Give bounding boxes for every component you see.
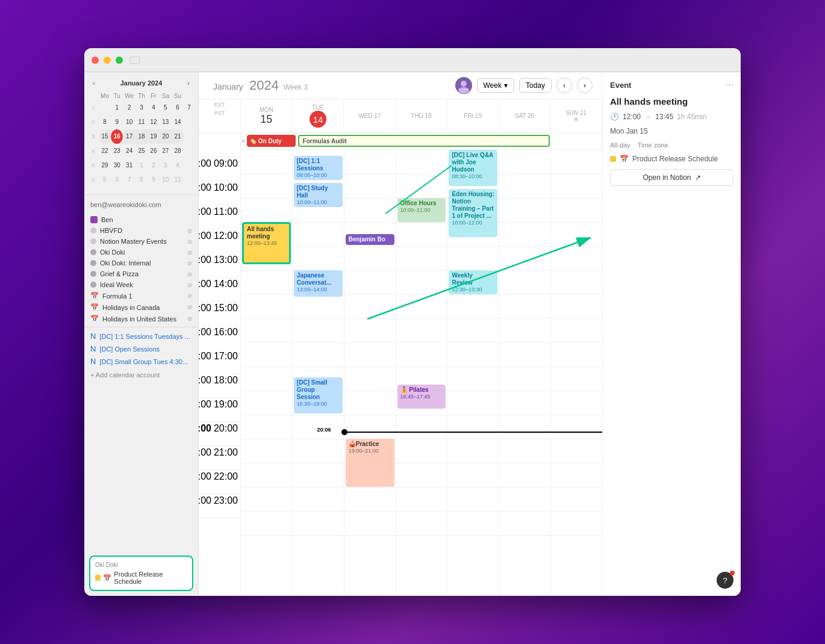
cal-header-controls: Week ▾ Today ‹ › — [455, 77, 593, 94]
event-office-hours[interactable]: Office Hours 10:00–11:00 — [397, 198, 446, 222]
cal-oki-doki[interactable]: Oki Doki ⊘ — [84, 247, 198, 258]
split-button[interactable] — [130, 57, 140, 64]
mini-cal-day[interactable]: 27 — [160, 144, 172, 158]
event-pilates[interactable]: 🧘 Pilates 16:45–17:45 — [397, 385, 446, 409]
cal-badge: N — [90, 344, 96, 353]
close-button[interactable] — [92, 57, 99, 64]
today-button[interactable]: Today — [519, 78, 552, 93]
mini-cal-day[interactable]: 8 — [135, 173, 148, 187]
mini-cal-day[interactable]: 31 — [123, 158, 135, 173]
allday-event-on-duty[interactable]: 🏷️ On Duty — [247, 135, 296, 147]
sidebar: ‹ January 2024 › MoTuWeThFrSaSu 1 1 2 3 — [84, 72, 199, 596]
cal-holidays-us[interactable]: 📅 Holidays in United States ⊘ — [84, 313, 198, 324]
add-event-icon[interactable]: ⊕ — [574, 116, 579, 122]
mini-cal-day[interactable]: 6 — [111, 173, 123, 187]
event-dc-live-qa[interactable]: [DC] Live Q&A with Joe Hudson 08:30–10:0… — [449, 150, 497, 186]
mini-cal-day[interactable]: 7 — [123, 173, 135, 187]
event-practice[interactable]: 🎪Practice 19:00–21:00 — [346, 439, 394, 487]
mini-cal-day[interactable]: 6 — [172, 101, 184, 115]
event-japanese-conversation[interactable]: Japanese Conversat... 13:00–14:00 — [294, 270, 343, 297]
prev-week-button[interactable]: ‹ — [556, 78, 572, 93]
event-dc-study-hall[interactable]: [DC] Study Hall 10:00–11:00 — [294, 183, 343, 207]
notion-label: Product Release Schedule — [632, 155, 718, 163]
mini-cal-day[interactable]: 20 — [160, 129, 172, 144]
mini-cal-day[interactable]: 12 — [148, 115, 160, 129]
mini-cal-day[interactable]: 5 — [160, 101, 172, 115]
cal-formula1[interactable]: 📅 Formula 1 ⊘ — [84, 290, 198, 302]
mini-cal-day[interactable]: 25 — [135, 144, 148, 158]
mini-cal-day[interactable]: 21 — [172, 129, 184, 144]
mini-cal-day-today[interactable]: 16 — [111, 129, 123, 144]
cal-dot — [90, 271, 96, 277]
mini-cal-day[interactable]: 5 — [99, 173, 111, 187]
allday-event-formulas-audit[interactable]: Formulas Audit — [298, 135, 550, 147]
view-week-button[interactable]: Week ▾ — [477, 78, 514, 93]
mini-cal-row: 6 5 6 7 8 9 10 11 — [88, 173, 195, 187]
mini-cal-prev[interactable]: ‹ — [90, 78, 98, 88]
mini-cal-day[interactable]: 10 — [123, 115, 135, 129]
event-dc-small-group-session[interactable]: [DC] Small Group Session 16:30–18:00 — [294, 377, 343, 413]
mini-cal-day[interactable]: 4 — [148, 101, 160, 115]
mini-cal-day[interactable]: 15 — [99, 129, 111, 144]
mini-cal-day[interactable]: 8 — [99, 115, 111, 129]
mini-cal-day[interactable]: 7 — [184, 101, 195, 115]
mini-cal-day[interactable]: 9 — [111, 115, 123, 129]
time-row: 14:0011:00 — [199, 205, 240, 229]
mini-cal-day[interactable]: 29 — [99, 158, 111, 173]
mini-cal-day[interactable]: 23 — [111, 144, 123, 158]
time-row: 19:0016:00 — [199, 326, 240, 350]
sidebar-notion-card[interactable]: Oki Doki 📅 Product Release Schedule — [89, 556, 193, 591]
mini-cal-day[interactable]: 14 — [172, 115, 184, 129]
mini-cal-day[interactable]: 2 — [148, 158, 160, 173]
cal-hbvfd[interactable]: HBVFD ⊘ — [84, 225, 198, 236]
mini-cal-day[interactable]: 11 — [135, 115, 148, 129]
mini-cal-day[interactable]: 1 — [111, 101, 123, 115]
add-calendar-button[interactable]: + Add calendar account — [84, 368, 198, 382]
event-panel-menu-icon[interactable]: ··· — [726, 79, 733, 90]
mini-cal-day[interactable]: 10 — [160, 173, 172, 187]
event-panel-title: Event — [610, 81, 631, 90]
mini-cal-day[interactable]: 19 — [148, 129, 160, 144]
event-eden-housing[interactable]: Eden Housing: Notion Training – Part 1 o… — [449, 189, 497, 237]
maximize-button[interactable] — [116, 57, 123, 64]
cal-grief-pizza[interactable]: Grief & Pizza ⊘ — [84, 268, 198, 279]
mini-cal-day[interactable]: 18 — [135, 129, 148, 144]
cal-ben[interactable]: Ben — [84, 214, 198, 225]
cal-dc-small-group[interactable]: N [DC] Small Group Tues 4:30... — [84, 355, 198, 368]
cal-dc-11[interactable]: N [DC] 1:1 Sessions Tuesdays ... — [84, 330, 198, 342]
mini-cal-day[interactable]: 30 — [111, 158, 123, 173]
mini-cal-day[interactable]: 22 — [99, 144, 111, 158]
open-notion-button[interactable]: Open in Notion ↗ — [610, 169, 733, 186]
mini-cal-day[interactable]: 3 — [135, 101, 148, 115]
cal-ideal-week[interactable]: Ideal Week ⊘ — [84, 279, 198, 290]
mini-cal-day[interactable]: 9 — [148, 173, 160, 187]
mini-cal-day[interactable]: 26 — [148, 144, 160, 158]
mini-cal-day[interactable]: 17 — [123, 129, 135, 144]
mini-cal-day[interactable]: 11 — [172, 173, 184, 187]
user-avatar[interactable] — [455, 77, 472, 94]
mini-cal-day[interactable]: 4 — [172, 158, 184, 173]
cal-notion-mastery[interactable]: Notion Mastery Events ⊘ — [84, 236, 198, 247]
mini-cal-day[interactable]: 1 — [135, 158, 148, 173]
next-week-button[interactable]: › — [577, 78, 593, 93]
page-title: January 2024 — [208, 78, 279, 93]
event-weekly-review[interactable]: Weekly Review 12:30–13:30 — [449, 270, 497, 294]
mini-cal-day[interactable] — [99, 101, 111, 115]
days-scroll: All hands meeting 12:00–13:45 [DC] 1:1 S… — [241, 150, 602, 596]
event-benjamin[interactable]: Benjamin Bo — [346, 234, 394, 245]
mini-cal-next[interactable]: › — [185, 78, 192, 88]
mini-cal-day[interactable]: 28 — [172, 144, 184, 158]
mini-cal-day[interactable]: 13 — [160, 115, 172, 129]
cal-holidays-ca[interactable]: 📅 Holidays in Canada ⊘ — [84, 302, 198, 313]
event-end-time: 13:45 — [655, 113, 673, 121]
event-all-hands-meeting[interactable]: All hands meeting 12:00–13:45 — [242, 222, 291, 264]
mini-cal-day[interactable]: 3 — [160, 158, 172, 173]
allday-cell-sun — [551, 133, 602, 149]
mini-cal-day[interactable]: 24 — [123, 144, 135, 158]
mini-cal-day[interactable]: 2 — [123, 101, 135, 115]
minimize-button[interactable] — [104, 57, 111, 64]
cal-oki-doki-internal[interactable]: Oki Doki: Internal ⊘ — [84, 258, 198, 268]
help-button[interactable]: ? — [717, 572, 733, 589]
cal-dc-open[interactable]: N [DC] Open Sessions — [84, 342, 198, 355]
event-dc-11-sessions[interactable]: [DC] 1:1 Sessions 09:00–10:00 — [294, 156, 343, 180]
